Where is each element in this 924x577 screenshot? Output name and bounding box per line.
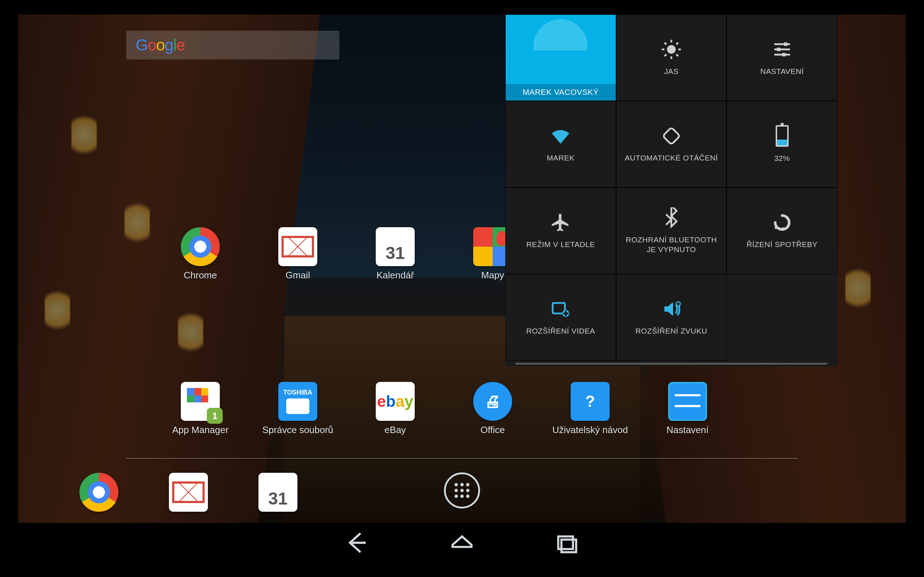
- calendar-icon: 31: [258, 473, 297, 512]
- settings-sliders-icon: [668, 382, 707, 421]
- tile-label: MAREK: [547, 153, 575, 163]
- qs-wifi-tile[interactable]: MAREK: [505, 101, 616, 187]
- app-manager-icon: 1: [181, 382, 220, 421]
- app-office[interactable]: 🖨 Office: [444, 382, 541, 436]
- tile-label: REŽIM V LETADLE: [526, 239, 595, 249]
- home-screen: Google Chrome Gmail 31 Kalendář Mapy 1 A…: [18, 15, 906, 562]
- app-settings[interactable]: Nastavení: [639, 382, 736, 436]
- svg-rect-15: [777, 48, 780, 52]
- tray-chrome[interactable]: [79, 473, 118, 512]
- svg-line-9: [664, 55, 666, 56]
- app-file-manager[interactable]: TOSHIBA Správce souborů: [249, 382, 347, 436]
- qs-settings-tile[interactable]: NASTAVENÍ: [727, 15, 837, 101]
- qs-video-enhance-tile[interactable]: ROZŠÍŘENÍ VIDEA: [505, 274, 616, 361]
- chrome-icon: [79, 473, 118, 512]
- qs-battery-tile[interactable]: 32%: [727, 101, 837, 187]
- qs-bluetooth-tile[interactable]: ROZHRANÍ BLUETOOTH JE VYPNUTO: [616, 187, 727, 274]
- app-gmail[interactable]: Gmail: [249, 227, 347, 281]
- svg-point-2: [667, 45, 676, 54]
- airplane-icon: [550, 212, 571, 233]
- wifi-icon: [550, 126, 571, 147]
- system-navigation-bar: [18, 523, 906, 562]
- gmail-icon: [278, 227, 317, 266]
- app-label: Mapy: [481, 270, 504, 281]
- qs-drag-handle[interactable]: [505, 361, 837, 366]
- svg-line-5: [664, 43, 666, 44]
- app-label: Správce souborů: [262, 424, 333, 436]
- google-search-widget[interactable]: Google: [126, 31, 339, 60]
- qs-user-name: MAREK VACOVSKÝ: [506, 84, 616, 101]
- svg-line-10: [677, 43, 678, 44]
- brightness-icon: [661, 39, 682, 60]
- ebay-icon: ebay: [376, 382, 415, 421]
- tile-label: ROZHRANÍ BLUETOOTH JE VYPNUTO: [622, 235, 722, 255]
- app-user-guide[interactable]: ? Uživatelský návod: [541, 382, 639, 436]
- home-button[interactable]: [449, 530, 475, 555]
- app-label: Kalendář: [376, 270, 414, 281]
- video-enhance-icon: [550, 298, 571, 319]
- all-apps-button[interactable]: [444, 472, 480, 508]
- svg-rect-17: [663, 127, 680, 145]
- svg-point-18: [775, 226, 777, 229]
- app-app-manager[interactable]: 1 App Manager: [152, 382, 249, 436]
- app-ebay[interactable]: ebay eBay: [347, 382, 444, 436]
- chrome-icon: [181, 227, 220, 266]
- qs-autorotate-tile[interactable]: AUTOMATICKÉ OTÁČENÍ: [616, 101, 727, 187]
- back-button[interactable]: [345, 530, 370, 555]
- app-label: Office: [480, 424, 505, 436]
- tray-calendar[interactable]: 31: [258, 473, 297, 512]
- qs-user-tile[interactable]: MAREK VACOVSKÝ: [505, 15, 616, 101]
- battery-icon: [775, 125, 789, 147]
- office-icon: 🖨: [473, 382, 512, 421]
- help-icon: ?: [571, 382, 610, 421]
- quick-settings-panel: MAREK VACOVSKÝ JAS NASTAVENÍ MAREK AUTOM…: [505, 15, 837, 366]
- file-manager-icon: TOSHIBA: [278, 382, 317, 421]
- svg-point-19: [778, 227, 781, 230]
- tile-label: ROZŠÍŘENÍ ZVUKU: [636, 326, 708, 336]
- tray-gmail[interactable]: [169, 473, 208, 512]
- qs-brightness-tile[interactable]: JAS: [616, 15, 727, 101]
- power-management-icon: [772, 212, 793, 233]
- app-calendar[interactable]: 31 Kalendář: [347, 227, 444, 281]
- app-label: Gmail: [286, 270, 310, 281]
- user-avatar-icon: [506, 15, 616, 77]
- qs-airplane-tile[interactable]: REŽIM V LETADLE: [505, 187, 616, 274]
- gmail-icon: [169, 473, 208, 512]
- audio-enhance-icon: [661, 298, 682, 319]
- svg-rect-14: [783, 43, 787, 46]
- apps-grid-icon: [453, 482, 471, 499]
- app-label: Chrome: [184, 270, 217, 281]
- svg-line-6: [677, 55, 678, 56]
- app-label: Nastavení: [666, 424, 709, 436]
- recent-apps-button[interactable]: [554, 530, 579, 555]
- svg-rect-16: [782, 53, 786, 56]
- tray-divider: [126, 458, 798, 459]
- tile-label: NASTAVENÍ: [760, 66, 803, 76]
- google-logo: Google: [136, 36, 185, 54]
- app-label: eBay: [384, 424, 406, 436]
- qs-audio-enhance-tile[interactable]: ROZŠÍŘENÍ ZVUKU: [616, 274, 727, 361]
- app-label: App Manager: [172, 424, 228, 436]
- calendar-icon: 31: [376, 227, 415, 266]
- tile-label: ŘÍZENÍ SPOTŘEBY: [746, 239, 817, 249]
- tile-label: 32%: [774, 153, 790, 163]
- settings-sliders-icon: [772, 39, 793, 60]
- app-chrome[interactable]: Chrome: [152, 227, 249, 281]
- svg-point-20: [782, 227, 784, 230]
- app-label: Uživatelský návod: [552, 424, 628, 436]
- tile-label: JAS: [664, 66, 678, 76]
- rotate-icon: [661, 126, 682, 147]
- tile-label: ROZŠÍŘENÍ VIDEA: [526, 326, 595, 336]
- tile-label: AUTOMATICKÉ OTÁČENÍ: [625, 153, 718, 163]
- qs-power-tile[interactable]: ŘÍZENÍ SPOTŘEBY: [727, 187, 837, 274]
- bluetooth-icon: [661, 207, 682, 228]
